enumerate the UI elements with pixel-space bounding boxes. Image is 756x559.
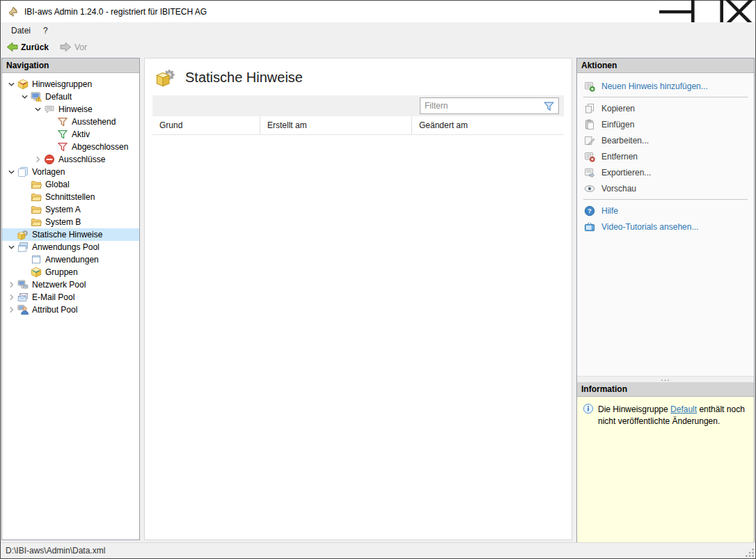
app-window: IBI-aws Admin 1.24.0 - registriert für I… <box>0 0 756 559</box>
main-title-row: Statische Hinweise <box>145 58 572 95</box>
resize-grip-icon[interactable] <box>745 548 755 558</box>
tree-item-label: Aktiv <box>72 129 90 139</box>
chevron-right-icon[interactable] <box>6 292 17 303</box>
tree-item-label: Netzwerk Pool <box>32 280 86 290</box>
action-video-tutorials-ansehen[interactable]: Video-Tutorials ansehen... <box>577 219 754 235</box>
svg-text:?: ? <box>588 207 592 214</box>
tree-item-label: Hinweisgruppen <box>32 79 92 89</box>
action-vorschau[interactable]: Vorschau <box>577 180 754 196</box>
tree-item-schnittstellen[interactable]: Schnittstellen <box>2 191 139 203</box>
chevron-right-icon[interactable] <box>6 279 17 290</box>
information-text: Die Hinweisgruppe Default enthält noch n… <box>598 404 748 537</box>
chevron-down-icon[interactable] <box>6 79 17 90</box>
tree-item-default[interactable]: Default <box>2 90 139 103</box>
tree-indent <box>19 204 31 215</box>
status-path: D:\IBI-aws\Admin\Data.xml <box>6 546 105 556</box>
toolbar: Zurück Vor <box>1 38 755 56</box>
tree-item-label: System A <box>45 205 81 214</box>
folder-icon <box>31 216 42 228</box>
tree-item-hinweisgruppen[interactable]: Hinweisgruppen <box>2 78 139 90</box>
tree-item-e-mail-pool[interactable]: E-Mail Pool <box>2 291 139 304</box>
minimize-button[interactable] <box>659 1 691 22</box>
maximize-button[interactable] <box>691 1 723 22</box>
chevron-down-icon[interactable] <box>32 104 44 115</box>
tree-item-label: Ausschlüsse <box>58 155 105 164</box>
panel-splitter[interactable]: ... <box>577 376 754 382</box>
tree-item-system-b[interactable]: System B <box>2 216 139 228</box>
action-kopieren[interactable]: Kopieren <box>577 100 754 116</box>
menu-item-help[interactable]: ? <box>37 22 54 38</box>
tree-item-vorlagen[interactable]: Vorlagen <box>2 166 139 178</box>
tree-item-label: Ausstehend <box>72 117 116 127</box>
status-bar: D:\IBI-aws\Admin\Data.xml <box>1 542 755 558</box>
action-label: Hilfe <box>601 206 618 216</box>
table-header: GrundErstellt amGeändert am <box>152 116 564 135</box>
tree-item-label: Hinweise <box>58 104 93 114</box>
help-icon: ? <box>584 205 595 216</box>
tree-item-ausstehend[interactable]: Ausstehend <box>2 116 139 128</box>
tree-indent <box>19 267 31 278</box>
action-einf-gen[interactable]: Einfügen <box>577 116 754 132</box>
action-label: Neuen Hinweis hinzufügen... <box>601 81 708 91</box>
chevron-down-icon[interactable] <box>19 91 31 102</box>
default-group-link[interactable]: Default <box>670 404 697 414</box>
funnel-green-icon <box>57 129 68 140</box>
filter-funnel-icon[interactable] <box>543 100 555 112</box>
chevron-right-icon[interactable] <box>6 304 17 315</box>
action-neuen-hinweis-hinzuf-gen[interactable]: Neuen Hinweis hinzufügen... <box>577 78 754 94</box>
tree-item-hinweise[interactable]: Hinweise <box>2 103 139 116</box>
folder-icon <box>31 191 42 203</box>
notice-groups-icon <box>17 79 29 90</box>
action-label: Exportieren... <box>601 168 651 178</box>
action-bearbeiten[interactable]: Bearbeiten... <box>577 132 754 148</box>
information-panel: Information Die Hinweisgruppe Default en… <box>577 382 754 542</box>
tree-item-label: E-Mail Pool <box>32 292 74 302</box>
remove-icon <box>584 151 595 162</box>
templates-icon <box>17 166 29 178</box>
action-entfernen[interactable]: Entfernen <box>577 148 754 164</box>
tree-item-label: Statische Hinweise <box>32 230 102 239</box>
email-icon <box>17 292 29 303</box>
navigation-tree: HinweisgruppenDefaultHinweiseAusstehendA… <box>2 73 139 540</box>
comments-icon <box>44 104 55 115</box>
tree-indent <box>19 179 31 190</box>
menu-bar: Datei ? <box>1 22 755 38</box>
tree-item-label: Vorlagen <box>32 167 65 177</box>
back-button[interactable]: Zurück <box>4 40 51 54</box>
action-exportieren[interactable]: Exportieren... <box>577 164 754 180</box>
monitor-warning-icon <box>31 91 42 102</box>
menu-item-datei[interactable]: Datei <box>5 22 37 38</box>
right-panel: Aktionen Neuen Hinweis hinzufügen...Kopi… <box>576 58 755 542</box>
column-header-ge-ndert-am[interactable]: Geändert am <box>411 116 564 134</box>
attribute-icon <box>17 304 29 315</box>
navigation-header: Navigation <box>2 58 139 73</box>
filter-input[interactable] <box>420 98 543 113</box>
column-header-erstellt-am[interactable]: Erstellt am <box>260 116 411 134</box>
tree-item-attribut-pool[interactable]: Attribut Pool <box>2 304 139 316</box>
tree-item-label: Gruppen <box>45 267 78 277</box>
tree-indent <box>45 141 57 152</box>
tree-item-anwendungs-pool[interactable]: Anwendungs Pool <box>2 241 139 253</box>
tree-item-anwendungen[interactable]: Anwendungen <box>2 253 139 266</box>
action-hilfe[interactable]: ?Hilfe <box>577 203 754 219</box>
actions-list: Neuen Hinweis hinzufügen...KopierenEinfü… <box>577 73 754 376</box>
chevron-right-icon[interactable] <box>32 154 44 165</box>
group-box-icon <box>31 267 42 278</box>
close-button[interactable] <box>723 1 755 22</box>
funnel-orange-icon <box>57 116 68 127</box>
tree-item-aktiv[interactable]: Aktiv <box>2 128 139 141</box>
tree-item-statische-hinweise[interactable]: Statische Hinweise <box>2 228 139 241</box>
chevron-down-icon[interactable] <box>6 242 17 253</box>
tree-item-system-a[interactable]: System A <box>2 203 139 216</box>
forward-button[interactable]: Vor <box>58 40 89 54</box>
network-icon <box>17 279 29 290</box>
tree-item-ausschl-sse[interactable]: Ausschlüsse <box>2 153 139 166</box>
tree-item-abgeschlossen[interactable]: Abgeschlossen <box>2 141 139 153</box>
action-label: Vorschau <box>601 184 636 194</box>
chevron-down-icon[interactable] <box>6 166 17 178</box>
tree-item-global[interactable]: Global <box>2 178 139 191</box>
tree-item-gruppen[interactable]: Gruppen <box>2 266 139 278</box>
tree-item-netzwerk-pool[interactable]: Netzwerk Pool <box>2 278 139 291</box>
tree-indent <box>19 191 31 203</box>
column-header-grund[interactable]: Grund <box>152 116 260 134</box>
